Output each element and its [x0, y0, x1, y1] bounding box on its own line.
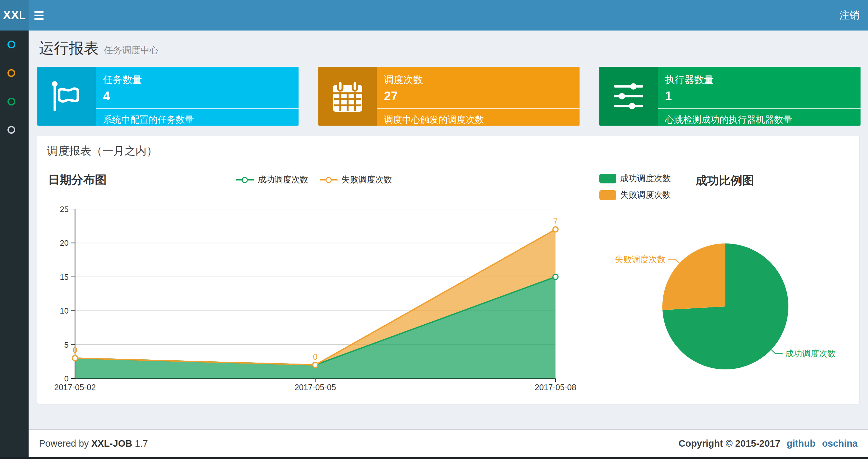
stat-desc: 系统中配置的任务数量	[103, 113, 290, 126]
svg-text:2017-05-08: 2017-05-08	[535, 383, 576, 392]
logo-light: L	[19, 8, 26, 22]
stat-card-executors: 执行器数量 1 心跳检测成功的执行器机器数量	[599, 67, 861, 126]
stat-title: 执行器数量	[665, 73, 852, 87]
content-area: 运行报表 任务调度中心 任务数量 4 系统中配置的任务数量	[29, 31, 868, 457]
oschina-link[interactable]: oschina	[822, 438, 858, 449]
footer: Powered by XXL-JOB 1.7 Copyright © 2015-…	[29, 429, 868, 457]
stat-value: 4	[103, 89, 290, 103]
app-header: XXL 注销	[0, 0, 868, 31]
calendar-icon	[318, 67, 377, 126]
svg-text:5: 5	[64, 340, 68, 349]
powered-by: Powered by XXL-JOB 1.7	[39, 438, 148, 449]
product-version: 1.7	[135, 438, 148, 449]
copyright: Copyright © 2015-2017	[679, 438, 780, 449]
sidebar-item-4-circle-icon[interactable]	[7, 126, 15, 134]
stat-divider	[658, 108, 861, 109]
svg-text:7: 7	[553, 217, 558, 226]
charts-canvas: 05101520252017-05-022017-05-052017-05-08…	[37, 166, 859, 404]
hamburger-icon	[34, 11, 43, 13]
sliders-icon	[599, 67, 658, 126]
report-panel: 调度报表（一月之内） 日期分布图 成功调度次数失败调度次数 成功调度次数失败调度…	[37, 136, 859, 404]
logout-link[interactable]: 注销	[831, 0, 868, 31]
stat-title: 调度次数	[384, 73, 571, 87]
page-header: 运行报表 任务调度中心	[29, 31, 868, 59]
sidebar-item-3-circle-icon[interactable]	[7, 98, 15, 105]
svg-text:0: 0	[64, 374, 68, 383]
page-subtitle: 任务调度中心	[104, 44, 158, 57]
stat-title: 任务数量	[103, 73, 290, 87]
stat-desc: 心跳检测成功的执行器机器数量	[665, 113, 852, 126]
sidebar	[0, 31, 29, 457]
svg-text:15: 15	[60, 273, 68, 282]
stat-value: 27	[384, 89, 571, 103]
github-link[interactable]: github	[787, 438, 816, 449]
app-logo[interactable]: XXL	[0, 0, 29, 31]
page-title: 运行报表	[39, 38, 99, 59]
sidebar-item-1-circle-icon[interactable]	[7, 40, 15, 48]
svg-text:失败调度次数: 失败调度次数	[615, 255, 665, 264]
logo-bold: XX	[3, 8, 19, 22]
svg-text:2017-05-05: 2017-05-05	[294, 383, 336, 392]
stat-value: 1	[665, 89, 852, 103]
svg-text:20: 20	[60, 238, 68, 248]
panel-title: 调度报表（一月之内）	[47, 143, 158, 158]
sidebar-item-2-circle-icon[interactable]	[7, 69, 15, 77]
svg-text:10: 10	[60, 306, 68, 315]
stat-card-jobs: 任务数量 4 系统中配置的任务数量	[37, 67, 299, 126]
product-name: XXL-JOB	[91, 438, 132, 449]
stat-card-triggers: 调度次数 27 调度中心触发的调度次数	[318, 67, 580, 126]
panel-header: 调度报表（一月之内）	[37, 136, 859, 166]
svg-text:0: 0	[313, 352, 318, 361]
svg-text:0: 0	[73, 346, 77, 355]
svg-text:2017-05-02: 2017-05-02	[54, 383, 96, 392]
stat-desc: 调度中心触发的调度次数	[384, 113, 571, 126]
svg-text:25: 25	[60, 205, 68, 214]
sidebar-toggle-button[interactable]	[29, 0, 50, 31]
flag-icon	[37, 67, 96, 126]
stat-divider	[96, 108, 299, 109]
screen: XXL 注销 运行报表 任务调度中心	[0, 0, 868, 459]
svg-text:成功调度次数: 成功调度次数	[785, 349, 836, 358]
stat-divider	[377, 108, 580, 109]
